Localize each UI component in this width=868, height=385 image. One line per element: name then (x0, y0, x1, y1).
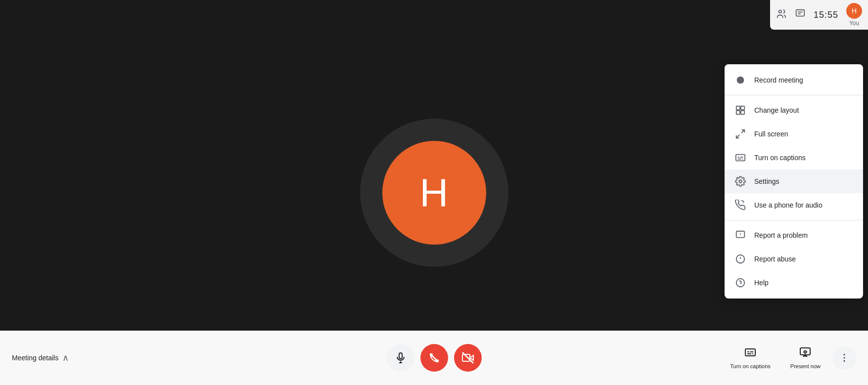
help-label: Help (754, 279, 769, 287)
menu-item-settings[interactable]: Settings (725, 170, 863, 193)
menu-item-layout[interactable]: Change layout (725, 98, 863, 122)
present-icon (799, 346, 811, 361)
menu-item-report-problem[interactable]: Report a problem (725, 223, 863, 247)
phone-audio-label: Use a phone for audio (754, 201, 822, 209)
bottom-bar: Meeting details ∧ (0, 331, 868, 385)
user-label: You (849, 20, 859, 27)
mic-button[interactable] (387, 344, 414, 372)
hangup-button[interactable] (420, 344, 448, 372)
menu-item-record[interactable]: Record meeting (725, 68, 863, 92)
avatar-container: H (360, 119, 508, 267)
svg-point-23 (736, 279, 745, 287)
report-problem-label: Report a problem (754, 231, 808, 239)
svg-point-4 (737, 77, 744, 84)
user-info: H You (846, 3, 862, 27)
top-bar: 15:55 H You (770, 0, 868, 30)
svg-rect-1 (796, 9, 805, 16)
settings-label: Settings (754, 177, 779, 185)
menu-divider-2 (725, 220, 863, 220)
captions-button[interactable]: Turn on captions (722, 342, 778, 373)
captions-bottom-icon (744, 346, 756, 361)
svg-rect-5 (736, 106, 740, 110)
svg-point-38 (844, 354, 845, 355)
svg-rect-7 (736, 111, 740, 114)
svg-rect-6 (741, 106, 744, 110)
meeting-time: 15:55 (814, 10, 838, 20)
menu-item-phone-audio[interactable]: Use a phone for audio (725, 193, 863, 217)
camera-off-button[interactable] (454, 344, 482, 372)
user-avatar: H (846, 3, 862, 19)
captions-icon (734, 152, 746, 164)
menu-item-help[interactable]: Help (725, 271, 863, 295)
fullscreen-label: Full screen (754, 130, 788, 138)
svg-point-0 (778, 10, 781, 13)
record-icon (734, 74, 746, 86)
people-icon[interactable] (776, 8, 787, 22)
chat-icon[interactable] (795, 8, 806, 22)
help-icon (734, 277, 746, 289)
controls-right: Turn on captions Present now (722, 342, 856, 373)
controls-center (387, 344, 482, 372)
captions-bottom-label: Turn on captions (730, 363, 771, 369)
phone-audio-icon (734, 199, 746, 211)
svg-line-10 (736, 135, 739, 138)
svg-rect-8 (741, 111, 744, 114)
meeting-details[interactable]: Meeting details ∧ (12, 352, 69, 363)
svg-rect-25 (399, 353, 402, 359)
dropdown-menu: Record meeting Change layout Full screen (725, 64, 863, 299)
menu-divider-1 (725, 95, 863, 95)
chevron-up-icon: ∧ (62, 352, 69, 363)
captions-label: Turn on captions (754, 154, 806, 162)
svg-line-9 (741, 130, 744, 133)
report-abuse-label: Report abuse (754, 255, 796, 263)
present-now-label: Present now (790, 363, 821, 369)
fullscreen-icon (734, 128, 746, 140)
svg-point-40 (844, 360, 845, 362)
svg-point-16 (739, 180, 742, 183)
report-abuse-icon (734, 253, 746, 265)
meeting-details-label: Meeting details (12, 354, 58, 362)
layout-label: Change layout (754, 106, 799, 114)
present-now-button[interactable]: Present now (782, 342, 828, 373)
svg-point-39 (844, 357, 845, 359)
participant-avatar: H (382, 141, 486, 245)
menu-item-captions[interactable]: Turn on captions (725, 146, 863, 170)
menu-item-report-abuse[interactable]: Report abuse (725, 247, 863, 271)
report-problem-icon (734, 229, 746, 241)
settings-icon (734, 175, 746, 187)
record-label: Record meeting (754, 76, 803, 84)
menu-item-fullscreen[interactable]: Full screen (725, 122, 863, 146)
layout-icon (734, 104, 746, 116)
more-options-button[interactable] (832, 346, 856, 370)
